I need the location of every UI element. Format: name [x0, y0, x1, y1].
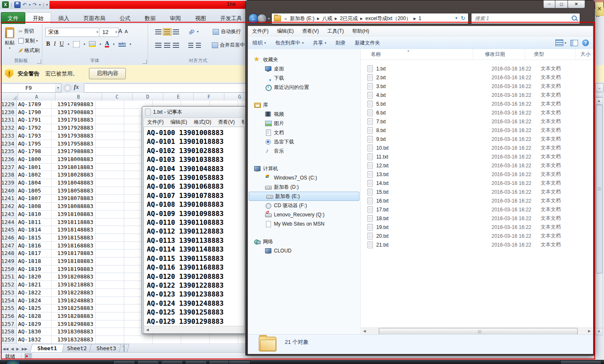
scrollbar-thumb[interactable] [596, 105, 603, 273]
cell-empty[interactable] [96, 297, 124, 305]
cell-b[interactable]: 13918078883 [52, 195, 95, 203]
sidebar-item-视频[interactable]: 视频 [248, 109, 360, 119]
cell-b[interactable]: 13918328883 [52, 336, 95, 344]
toolbar-共享[interactable]: 共享▾ [308, 39, 331, 47]
col-header-C[interactable]: C [102, 93, 133, 101]
cell-empty[interactable] [96, 265, 124, 273]
tab-数据[interactable]: 数据 [138, 13, 163, 24]
cell-b[interactable]: 13917928883 [52, 124, 95, 132]
cell-b[interactable]: 13918208883 [52, 273, 95, 281]
cell-empty[interactable] [96, 148, 124, 156]
row-number[interactable]: 1230 [0, 109, 17, 117]
cell-a[interactable]: AQ-1795 [17, 140, 52, 148]
row-number[interactable]: 1249 [0, 257, 17, 265]
sidebar-item-图片[interactable]: 图片 [248, 119, 360, 128]
cell-empty[interactable] [96, 218, 124, 226]
row-number[interactable]: 1236 [0, 156, 17, 164]
notepad-scroll-left-arrow[interactable]: ◀ [144, 327, 151, 333]
file-row[interactable]: 21.txt2016-03-16 16:22文本文档 [361, 240, 593, 249]
sidebar-item-CLOUD[interactable]: CLOUD [248, 246, 360, 255]
copy-button[interactable]: 复制▾ [18, 37, 38, 44]
breadcrumb-segment[interactable]: excel导成txt（200） [364, 15, 413, 22]
taskbar-app-slot[interactable] [185, 360, 207, 364]
cell-empty[interactable] [96, 211, 124, 218]
cell-a[interactable]: AQ-1793 [17, 132, 52, 140]
sidebar-item-Lenovo_Recovery (Q:)[interactable]: Lenovo_Recovery (Q:) [248, 210, 360, 219]
sidebar-item-迅雷下载[interactable]: 迅雷下载 [248, 137, 360, 146]
cell-b[interactable]: 13918108883 [52, 211, 95, 218]
font-size-select[interactable]: 12▾ [99, 28, 119, 37]
cell-a[interactable]: AQ-1811 [17, 218, 52, 226]
cell-empty[interactable] [96, 312, 124, 320]
cell-a[interactable]: AQ-1832 [17, 336, 52, 344]
italic-button[interactable]: I [54, 41, 56, 47]
cell-b[interactable]: 13918008883 [52, 156, 95, 164]
row-number[interactable]: 1234 [0, 140, 17, 148]
cell-empty[interactable] [96, 234, 124, 242]
tab-file[interactable]: 文件 [1, 12, 25, 24]
sidebar-item-新加卷 (E:)[interactable]: 新加卷 (E:) [249, 192, 359, 201]
cell-empty[interactable] [96, 124, 124, 132]
taskbar-app-slot[interactable] [229, 360, 250, 364]
cell-empty[interactable] [96, 179, 124, 187]
explorer-menu-文[interactable]: 文件(F) [248, 28, 273, 35]
breadcrumb-overflow[interactable]: « [283, 16, 288, 21]
column-name[interactable]: 名称 [361, 49, 473, 60]
paste-button[interactable]: 粘贴 ▾ [3, 27, 16, 50]
next-sheet-button[interactable]: ▶ [16, 347, 19, 351]
cell-a[interactable]: AQ-1815 [17, 234, 52, 242]
row-number[interactable]: 1243 [0, 211, 17, 218]
breadcrumb-segment[interactable]: 新加卷 (E:) [288, 15, 316, 22]
format-painter-button[interactable]: 格式刷 [18, 47, 39, 54]
notepad-hscrollbar[interactable]: ◀ [143, 326, 245, 334]
sidebar-item-CD 驱动器 (F:)[interactable]: CD 驱动器 (F:) [248, 201, 360, 210]
taskbar-app-slot[interactable] [137, 360, 159, 364]
taskbar-app-slot[interactable] [209, 360, 231, 364]
sidebar-item-新加卷 (D:)[interactable]: 新加卷 (D:) [248, 182, 360, 192]
name-box[interactable]: F9 [1, 83, 56, 93]
cell-a[interactable]: AQ-1821 [17, 281, 52, 289]
explorer-hscrollbar[interactable]: ◀ ▶ [361, 327, 593, 335]
wrap-text-button[interactable]: 自动换行 [213, 28, 241, 35]
start-orb[interactable] [7, 361, 19, 364]
cell-a[interactable]: AQ-1800 [17, 156, 52, 164]
bold-button[interactable]: B [46, 41, 50, 47]
cell-b[interactable]: 13918228883 [52, 289, 95, 297]
taskbar[interactable] [0, 360, 604, 364]
sidebar-item-最近访问的位置[interactable]: 最近访问的位置 [248, 83, 360, 92]
cell-empty[interactable] [96, 156, 124, 164]
col-header-F[interactable]: F [194, 93, 224, 101]
sidebar-item-收藏夹[interactable]: 收藏夹 [248, 55, 360, 64]
name-box-dropdown[interactable]: ▾ [55, 83, 62, 93]
tab-开发工具[interactable]: 开发工具 [213, 13, 249, 24]
taskbar-app-slot[interactable] [161, 360, 183, 364]
cell-a[interactable]: AQ-1819 [17, 265, 52, 273]
file-row[interactable]: 19.txt2016-03-16 16:22文本文档 [361, 223, 593, 231]
explorer-menu-工[interactable]: 工具(T) [323, 28, 348, 35]
underline-button[interactable]: U [60, 41, 64, 47]
cell-b[interactable]: 13918198883 [52, 265, 95, 273]
sheet-tab-sheet2[interactable]: Sheet2 [60, 344, 94, 352]
cell-empty[interactable] [124, 336, 153, 344]
file-row[interactable]: 1.txt2016-03-16 16:22文本文档 [361, 64, 593, 73]
recent-pages-caret[interactable]: ▾ [268, 17, 270, 21]
cell-b[interactable]: 13917908883 [52, 109, 95, 117]
row-number[interactable]: 1242 [0, 203, 17, 211]
file-row[interactable]: 18.txt2016-03-16 16:22文本文档 [361, 214, 593, 223]
maximize-button[interactable]: ◻ [555, 0, 568, 8]
row-number[interactable]: 1244 [0, 218, 17, 226]
file-row[interactable]: 10.txt2016-03-16 16:22文本文档 [361, 143, 593, 152]
file-row[interactable]: 7.txt2016-03-16 16:22文本文档 [361, 117, 593, 126]
row-number[interactable]: 1240 [0, 187, 17, 195]
column-size[interactable]: 大小 [575, 49, 592, 60]
cell-a[interactable]: AQ-1825 [17, 304, 52, 312]
cell-b[interactable]: 13917918883 [52, 116, 95, 124]
enable-content-button[interactable]: 启用内容 [89, 68, 126, 79]
cell-b[interactable]: 13918298883 [52, 320, 95, 328]
cell-a[interactable]: AQ-1804 [17, 179, 52, 187]
col-header-D[interactable]: D [133, 93, 163, 101]
cell-b[interactable]: 13918308883 [52, 328, 95, 336]
grow-shrink-font[interactable]: AA [118, 28, 130, 34]
cell-empty[interactable] [96, 250, 124, 257]
tab-页面布局[interactable]: 页面布局 [76, 13, 112, 24]
